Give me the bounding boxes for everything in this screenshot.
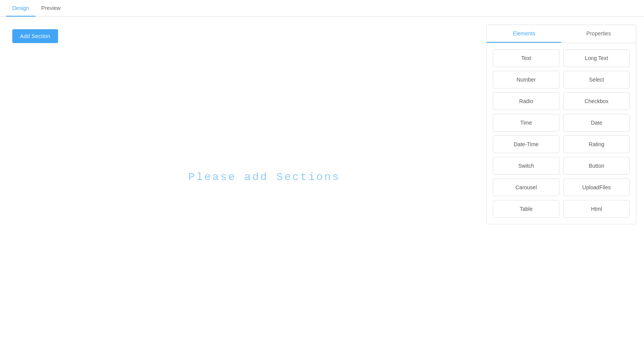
panel-tabs: Elements Properties <box>487 25 636 43</box>
element-btn-text[interactable]: Text <box>493 49 559 67</box>
element-btn-table[interactable]: Table <box>493 200 559 218</box>
tab-elements[interactable]: Elements <box>487 25 561 43</box>
element-btn-html[interactable]: Html <box>563 200 630 218</box>
element-btn-checkbox[interactable]: Checkbox <box>563 92 630 110</box>
element-btn-radio[interactable]: Radio <box>493 92 559 110</box>
elements-grid: TextLong TextNumberSelectRadioCheckboxTi… <box>487 43 636 224</box>
tab-properties[interactable]: Properties <box>561 25 636 43</box>
element-btn-rating[interactable]: Rating <box>563 135 630 153</box>
element-btn-switch[interactable]: Switch <box>493 157 559 175</box>
tab-preview[interactable]: Preview <box>35 0 67 17</box>
placeholder-text: Please add Sections <box>188 171 340 183</box>
element-btn-time[interactable]: Time <box>493 114 559 132</box>
element-btn-date[interactable]: Date <box>563 114 630 132</box>
main-content: Add Section Please add Sections Elements… <box>0 17 644 337</box>
element-btn-date-time[interactable]: Date-Time <box>493 135 559 153</box>
right-panel: Elements Properties TextLong TextNumberS… <box>486 25 636 224</box>
element-btn-upload-files[interactable]: UploadFiles <box>563 179 630 196</box>
element-btn-carousel[interactable]: Carousel <box>493 179 559 196</box>
element-btn-select[interactable]: Select <box>563 71 630 88</box>
add-section-button[interactable]: Add Section <box>12 29 58 43</box>
top-nav: Design Preview <box>0 0 644 17</box>
element-btn-long-text[interactable]: Long Text <box>563 49 630 67</box>
canvas-area: Add Section Please add Sections <box>0 17 486 337</box>
tab-design[interactable]: Design <box>6 0 35 17</box>
element-btn-number[interactable]: Number <box>493 71 559 88</box>
element-btn-button[interactable]: Button <box>563 157 630 175</box>
